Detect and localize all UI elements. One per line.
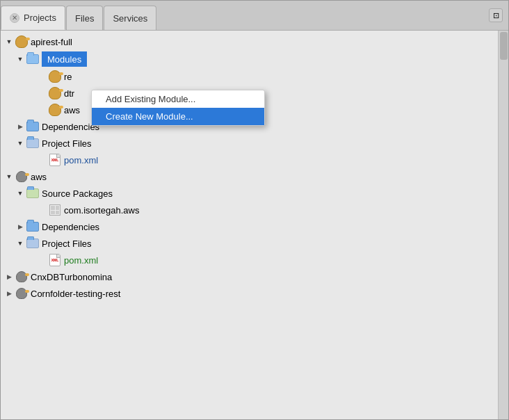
leaf-spacer <box>37 104 48 115</box>
folder-icon <box>26 236 40 250</box>
folder-icon <box>26 120 40 134</box>
pom-xml-blue-label[interactable]: pom.xml <box>64 155 98 165</box>
expand-srcpkg-arrow-icon[interactable]: ▼ <box>15 188 26 199</box>
list-item[interactable]: ▼ apirest-full <box>1 33 498 50</box>
xml-file-icon: XML <box>48 153 62 167</box>
scrollbar-thumb[interactable] <box>500 32 508 60</box>
module-folder-icon <box>26 52 40 66</box>
tree-panel[interactable]: ▼ apirest-full ▼ Modules <box>1 31 498 419</box>
module-dtr-label: dtr <box>64 88 74 99</box>
leaf-spacer <box>37 71 48 82</box>
expand-cnxdb-arrow-icon[interactable]: ▶ <box>3 271 15 282</box>
dependencies-aws-label: Dependencies <box>42 222 99 232</box>
add-existing-module-item[interactable]: Add Existing Module... <box>92 90 264 108</box>
package-label: com.isortegah.aws <box>64 205 139 216</box>
list-item[interactable]: XML pom.xml <box>1 252 498 268</box>
source-folder-icon <box>26 186 40 200</box>
cornfolder-project-icon <box>15 286 29 300</box>
package-icon <box>48 203 62 217</box>
project-label: apirest-full <box>31 37 72 47</box>
source-packages-label: Source Packages <box>42 188 113 199</box>
expand-awsprojfiles-arrow-icon[interactable]: ▼ <box>15 238 26 249</box>
tab-projects[interactable]: ✕ Projects <box>1 6 65 30</box>
module-aws-label: aws <box>64 105 80 115</box>
tab-projects-label: Projects <box>24 13 56 23</box>
expand-aws-arrow-icon[interactable]: ▼ <box>3 171 15 182</box>
leaf-spacer <box>37 154 48 165</box>
expand-deps-arrow-icon[interactable]: ▶ <box>15 121 26 132</box>
modules-selected-label[interactable]: Modules <box>42 51 87 67</box>
tab-files[interactable]: Files <box>66 6 103 30</box>
content-area: ▼ apirest-full ▼ Modules <box>1 31 508 419</box>
list-item[interactable]: ▶ Dependencies <box>1 218 498 235</box>
duck-icon <box>48 103 62 117</box>
list-item[interactable]: ▼ Source Packages <box>1 185 498 202</box>
list-item[interactable]: com.isortegah.aws <box>1 202 498 218</box>
xml-file-green-icon: XML <box>48 253 62 267</box>
list-item[interactable]: ▼ Project Files <box>1 235 498 252</box>
expand-arrow-icon[interactable]: ▼ <box>3 36 15 47</box>
leaf-spacer <box>37 88 48 99</box>
leaf-spacer <box>37 204 48 216</box>
list-item[interactable]: ▶ CnxDBTurbonomina <box>1 268 498 285</box>
leaf-spacer <box>37 255 48 266</box>
pom-xml-green-label[interactable]: pom.xml <box>64 255 98 266</box>
restore-button[interactable]: ⊡ <box>489 8 503 22</box>
expand-modules-arrow-icon[interactable]: ▼ <box>15 54 26 65</box>
expand-projfiles-arrow-icon[interactable]: ▼ <box>15 138 26 149</box>
module-re-label: re <box>64 72 72 82</box>
aws-project-label: aws <box>31 172 47 182</box>
cornfolder-label: Cornfolder-testing-rest <box>31 289 120 299</box>
project-files-aws-label: Project Files <box>42 239 92 249</box>
expand-awsdeps-arrow-icon[interactable]: ▶ <box>15 221 26 232</box>
project-icon <box>15 35 29 49</box>
list-item[interactable]: ▶ Cornfolder-testing-rest <box>1 285 498 302</box>
modules-row: ▼ Modules <box>1 50 498 68</box>
cnxdb-project-icon <box>15 270 29 284</box>
main-window: ✕ Projects Files Services ⊡ ▼ apirest-fu… <box>0 0 509 420</box>
tab-services-label: Services <box>113 13 147 24</box>
folder-icon <box>26 136 40 150</box>
close-projects-icon[interactable]: ✕ <box>10 13 19 23</box>
folder-icon <box>26 220 40 234</box>
scrollbar[interactable] <box>498 31 508 419</box>
tab-files-label: Files <box>75 13 94 24</box>
list-item[interactable]: re <box>1 68 498 85</box>
context-menu: Add Existing Module... Create New Module… <box>91 90 265 126</box>
duck-icon <box>48 70 62 83</box>
list-item[interactable]: XML pom.xml <box>1 152 498 168</box>
expand-cornfolder-arrow-icon[interactable]: ▶ <box>3 288 15 299</box>
duck-icon <box>48 86 62 100</box>
aws-project-icon <box>15 170 29 184</box>
project-files-label: Project Files <box>42 138 92 149</box>
create-new-module-item[interactable]: Create New Module... <box>92 108 264 125</box>
tab-bar: ✕ Projects Files Services ⊡ <box>1 1 508 31</box>
tab-services[interactable]: Services <box>104 6 156 30</box>
cnxdb-label: CnxDBTurbonomina <box>31 272 112 282</box>
list-item[interactable]: ▼ aws <box>1 168 498 185</box>
list-item[interactable]: ▼ Project Files <box>1 135 498 152</box>
